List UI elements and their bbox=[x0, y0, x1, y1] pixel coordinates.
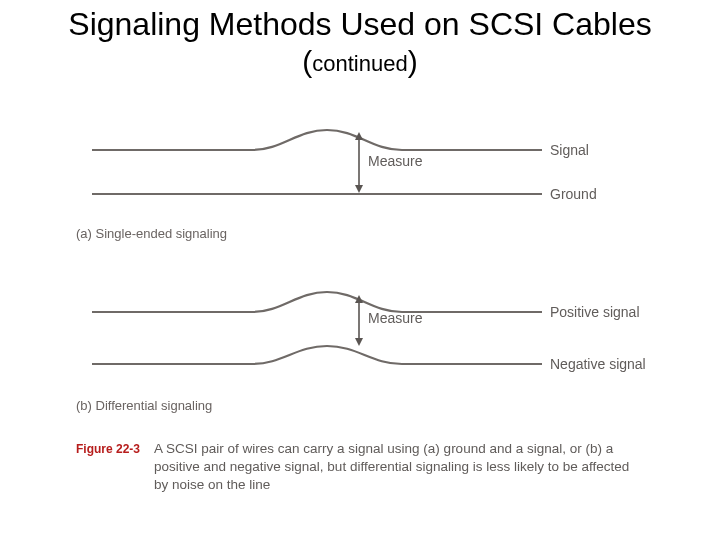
measure-label-a: Measure bbox=[368, 153, 422, 169]
diagram-b-svg bbox=[72, 280, 652, 410]
label-positive: Positive signal bbox=[550, 304, 640, 320]
label-negative: Negative signal bbox=[550, 356, 646, 372]
measure-arrow-b-head-down bbox=[355, 338, 363, 346]
signal-line bbox=[92, 130, 542, 150]
figure-caption: A SCSI pair of wires can carry a signal … bbox=[154, 440, 646, 495]
slide: Signaling Methods Used on SCSI Cables (c… bbox=[0, 0, 720, 540]
diagram-a-svg bbox=[72, 118, 652, 238]
positive-signal-line bbox=[92, 292, 542, 312]
figure-area: Signal Ground Measure (a) Single-ended s… bbox=[72, 118, 652, 518]
title-line1: Signaling Methods Used on SCSI Cables bbox=[68, 6, 651, 42]
measure-label-b: Measure bbox=[368, 310, 422, 326]
negative-signal-line bbox=[92, 346, 542, 364]
figure-id: Figure 22-3 bbox=[76, 442, 140, 456]
measure-arrow-a-head-down bbox=[355, 185, 363, 193]
title-paren-close: ) bbox=[408, 45, 418, 78]
title-continued: continued bbox=[312, 51, 407, 76]
title-paren-open: ( bbox=[302, 45, 312, 78]
caption-b: (b) Differential signaling bbox=[76, 398, 212, 413]
label-signal: Signal bbox=[550, 142, 589, 158]
slide-title: Signaling Methods Used on SCSI Cables (c… bbox=[24, 6, 696, 80]
caption-a: (a) Single-ended signaling bbox=[76, 226, 227, 241]
label-ground: Ground bbox=[550, 186, 597, 202]
